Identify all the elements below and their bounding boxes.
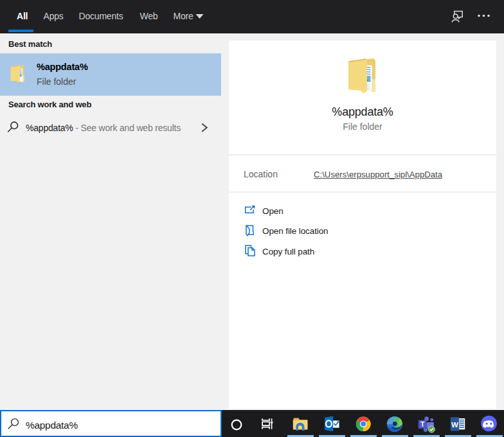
svg-text:T: T — [420, 420, 425, 428]
svg-text:W: W — [451, 421, 458, 429]
